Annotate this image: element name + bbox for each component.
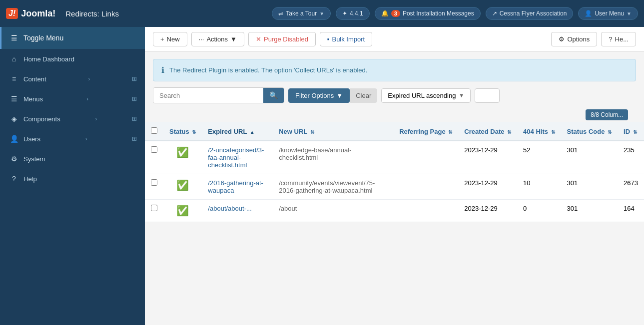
version-button[interactable]: ✦ 4.4.1 xyxy=(336,7,370,20)
info-banner: ℹ The Redirect Plugin is enabled. The op… xyxy=(153,59,636,81)
hits-sort-icon: ⇅ xyxy=(551,129,555,135)
row-referring-page xyxy=(393,174,458,200)
status-enabled-icon: ✅ xyxy=(176,180,189,191)
sidebar-item-help[interactable]: ? Help xyxy=(0,169,145,189)
home-icon: ⌂ xyxy=(9,55,18,63)
toggle-menu-item[interactable]: ☰ Toggle Menu xyxy=(0,27,145,49)
row-checkbox[interactable] xyxy=(151,205,157,211)
user-chevron-icon: ▼ xyxy=(627,11,632,16)
tour-icon: ⇌ xyxy=(278,10,283,17)
logo: J! Joomla! xyxy=(6,8,55,19)
row-404-hits: 0 xyxy=(517,200,561,222)
select-all-header xyxy=(145,122,163,141)
th-referring-page[interactable]: Referring Page ⇅ xyxy=(393,122,458,141)
filter-group: Filter Options ▼ Clear xyxy=(288,88,377,103)
th-status-code[interactable]: Status Code ⇅ xyxy=(561,122,618,141)
menus-grid-icon: ⊞ xyxy=(132,95,137,102)
filter-options-button[interactable]: Filter Options ▼ xyxy=(288,88,350,103)
expired-url-sort-icon: ▲ xyxy=(250,129,255,135)
expired-url-link[interactable]: /about/about-... xyxy=(208,205,251,212)
search-bar: 🔍 Filter Options ▼ Clear Expired URL asc… xyxy=(153,87,636,103)
row-id: 2673 xyxy=(618,174,644,200)
columns-badge[interactable]: 8/8 Colum... xyxy=(586,109,628,120)
tour-button[interactable]: ⇌ Take a Tour ▼ xyxy=(272,7,331,20)
th-expired-url[interactable]: Expired URL ▲ xyxy=(202,122,273,141)
main-layout: ☰ Toggle Menu ⌂ Home Dashboard ≡ Content… xyxy=(0,27,644,325)
expired-url-link[interactable]: /2-uncategorised/3-faa-annual-checklist.… xyxy=(208,146,264,169)
hamburger-icon: ☰ xyxy=(9,34,18,42)
actions-chevron-icon: ▼ xyxy=(230,35,237,43)
site-button[interactable]: ↗ Cessna Flyer Association xyxy=(486,7,574,20)
content-area: + New ··· Actions ▼ ✕ Purge Disabled ▪ B… xyxy=(145,27,644,325)
row-new-url: /knowledge-base/annual-checklist.html xyxy=(273,141,393,174)
row-404-hits: 10 xyxy=(517,174,561,200)
sidebar-item-system[interactable]: ⚙ System xyxy=(0,149,145,169)
select-all-checkbox[interactable] xyxy=(151,127,157,134)
info-icon: ℹ xyxy=(161,65,164,75)
referring-page-sort-icon: ⇅ xyxy=(448,129,452,135)
bulk-import-button[interactable]: ▪ Bulk Import xyxy=(320,32,372,46)
table-row: ✅ /2-uncategorised/3-faa-annual-checklis… xyxy=(145,141,644,174)
help-button[interactable]: ? He... xyxy=(601,32,636,46)
search-input[interactable] xyxy=(153,88,263,103)
user-menu-button[interactable]: 👤 User Menu ▼ xyxy=(578,7,638,20)
table-header: Status ⇅ Expired URL ▲ New URL ⇅ Refer xyxy=(145,122,644,141)
columns-row: 8/8 Colum... xyxy=(145,109,644,122)
sidebar-item-content[interactable]: ≡ Content › ⊞ xyxy=(0,69,145,89)
user-icon: 👤 xyxy=(585,10,592,17)
row-checkbox-cell xyxy=(145,200,163,222)
sidebar-item-menus[interactable]: ☰ Menus › ⊞ xyxy=(0,89,145,109)
th-created-date[interactable]: Created Date ⇅ xyxy=(458,122,517,141)
purge-disabled-button[interactable]: ✕ Purge Disabled xyxy=(248,32,316,46)
topbar: J! Joomla! Redirects: Links ⇌ Take a Tou… xyxy=(0,0,644,27)
table-body: ✅ /2-uncategorised/3-faa-annual-checklis… xyxy=(145,141,644,222)
status-sort-icon: ⇅ xyxy=(192,129,196,135)
th-id[interactable]: ID ⇅ xyxy=(618,122,644,141)
actions-button[interactable]: ··· Actions ▼ xyxy=(191,32,244,46)
sidebar-item-components[interactable]: ◈ Components › ⊞ xyxy=(0,109,145,129)
page-title: Redirects: Links xyxy=(65,9,119,18)
tour-chevron-icon: ▼ xyxy=(319,11,324,16)
status-code-sort-icon: ⇅ xyxy=(608,129,612,135)
external-link-icon: ↗ xyxy=(492,10,497,17)
bell-icon: 🔔 xyxy=(381,10,389,17)
th-status[interactable]: Status ⇅ xyxy=(163,122,202,141)
system-icon: ⚙ xyxy=(9,155,18,163)
logo-text: Joomla! xyxy=(21,8,55,19)
count-input[interactable]: 50 xyxy=(475,88,500,103)
row-status: ✅ xyxy=(163,141,202,174)
created-date-sort-icon: ⇅ xyxy=(507,129,511,135)
redirects-table: Status ⇅ Expired URL ▲ New URL ⇅ Refer xyxy=(145,122,644,222)
joomla-small-icon: ✦ xyxy=(342,10,347,17)
users-grid-icon: ⊞ xyxy=(132,135,137,142)
sidebar-item-home-dashboard[interactable]: ⌂ Home Dashboard xyxy=(0,49,145,69)
th-new-url[interactable]: New URL ⇅ xyxy=(273,122,393,141)
row-id: 164 xyxy=(618,200,644,222)
joomla-logo-icon: J! xyxy=(6,8,18,19)
row-status-code: 301 xyxy=(561,141,618,174)
new-button[interactable]: + New xyxy=(153,32,187,46)
toolbar: + New ··· Actions ▼ ✕ Purge Disabled ▪ B… xyxy=(145,27,644,52)
clear-button[interactable]: Clear xyxy=(350,88,377,103)
row-referring-page xyxy=(393,141,458,174)
search-input-wrap: 🔍 xyxy=(153,87,284,103)
row-expired-url: /2016-gathering-at-waupaca xyxy=(202,174,273,200)
sidebar-item-users[interactable]: 👤 Users › ⊞ xyxy=(0,129,145,149)
notifications-button[interactable]: 🔔 3 Post Installation Messages xyxy=(375,7,481,20)
question-icon: ? xyxy=(609,35,612,43)
row-checkbox[interactable] xyxy=(151,179,157,186)
row-status: ✅ xyxy=(163,174,202,200)
menus-icon: ☰ xyxy=(9,95,18,103)
users-icon: 👤 xyxy=(9,135,18,143)
row-id: 235 xyxy=(618,141,644,174)
row-checkbox[interactable] xyxy=(151,146,157,153)
row-expired-url: /about/about-... xyxy=(202,200,273,222)
search-button[interactable]: 🔍 xyxy=(263,88,284,103)
ellipsis-icon: ··· xyxy=(199,35,204,43)
sort-select[interactable]: Expired URL ascending ▼ xyxy=(381,88,471,103)
row-404-hits: 52 xyxy=(517,141,561,174)
options-button[interactable]: ⚙ Options xyxy=(551,32,597,46)
bulk-icon: ▪ xyxy=(327,35,330,43)
th-404-hits[interactable]: 404 Hits ⇅ xyxy=(517,122,561,141)
expired-url-link[interactable]: /2016-gathering-at-waupaca xyxy=(208,179,263,194)
